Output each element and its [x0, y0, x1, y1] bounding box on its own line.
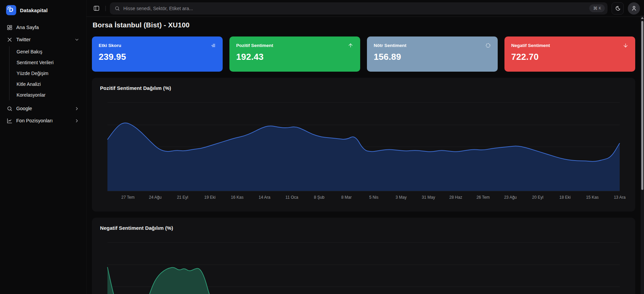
stat-label: Pozitif Sentiment [236, 43, 353, 48]
app-root: D Datakapital Ana SayfaTwitterGenel Bakı… [0, 0, 644, 294]
x-tick-label: 5 Nis [369, 195, 378, 200]
sidebar-subitem-yuzde-degisim[interactable]: Yüzde Değişim [15, 68, 81, 79]
page-title: Borsa İstanbul (Bist) - XU100 [93, 21, 635, 29]
sidebar-item-label: Ana Sayfa [16, 25, 39, 30]
x-tick-label: 15 Kas [586, 195, 598, 200]
x-tick-label: 24 Ağu [149, 195, 162, 200]
arrow-down-icon [623, 43, 628, 48]
stat-card-notr-sentiment[interactable]: Nötr Sentiment156.89 [367, 36, 498, 72]
positive-sentiment-area-chart[interactable] [107, 102, 620, 191]
brand-name: Datakapital [20, 7, 48, 13]
stat-card-negatif-sentiment[interactable]: Negatif Sentiment722.70 [504, 36, 635, 72]
x-icon [7, 37, 13, 43]
x-tick-label: 8 Şub [314, 195, 324, 200]
chevron-right-icon [74, 106, 79, 111]
negative-sentiment-area-chart[interactable] [107, 242, 620, 294]
stat-label: Negatif Sentiment [511, 43, 628, 48]
theme-toggle-button[interactable] [612, 2, 624, 15]
stat-value: 722.70 [511, 52, 628, 62]
brand[interactable]: D Datakapital [5, 4, 81, 21]
sidebar-subitem-genel-bakis[interactable]: Genel Bakış [15, 46, 81, 57]
arrow-up-icon [348, 43, 353, 48]
positive-chart-x-axis: 27 Tem24 Ağu21 Eyl19 Eki16 Kas14 Ara11 O… [107, 191, 620, 203]
sidebar-item-label: Twitter [16, 37, 31, 42]
dashed-circle-icon [485, 43, 491, 48]
sidebar-item-google[interactable]: Google [5, 102, 81, 115]
chevron-right-icon [74, 118, 79, 123]
main-content: Borsa İstanbul (Bist) - XU100 Etki Skoru… [86, 17, 644, 294]
search-icon [7, 106, 13, 112]
chart-panel-positive-sentiment: Pozitif Sentiment Dağılım (%) 27 Tem24 A… [92, 78, 635, 212]
search-input[interactable] [123, 6, 586, 11]
chart-title-positive: Pozitif Sentiment Dağılım (%) [100, 85, 627, 91]
chart-panel-negative-sentiment: Negatif Sentiment Dağılım (%) 27 Tem24 A… [92, 218, 635, 294]
stat-value: 239.95 [99, 52, 216, 62]
topbar-divider [105, 6, 106, 11]
x-tick-label: 28 Haz [449, 195, 462, 200]
lines-icon [210, 43, 216, 48]
sidebar-nav: Ana SayfaTwitterGenel BakışSentiment Ver… [5, 21, 81, 127]
panel-left-icon [93, 5, 100, 11]
moon-star-icon [615, 5, 621, 11]
x-tick-label: 18 Eki [560, 195, 571, 200]
main-area: ⌘ K Borsa İstanbul (Bist) - XU100 Etki S… [86, 0, 644, 294]
stat-card-etki-skoru[interactable]: Etki Skoru239.95 [92, 36, 223, 72]
stat-card-pozitif-sentiment[interactable]: Pozitif Sentiment192.43 [229, 36, 360, 72]
search-shortcut-badge: ⌘ K [589, 4, 605, 12]
user-avatar-button[interactable] [628, 2, 640, 15]
x-tick-label: 13 Ara [614, 195, 626, 200]
page-scrollbar[interactable] [641, 16, 644, 294]
sidebar-subitem-kitle-analizi[interactable]: Kitle Analizi [15, 79, 81, 90]
stat-value: 156.89 [374, 52, 491, 62]
stat-label: Nötr Sentiment [374, 43, 491, 48]
sidebar-item-ana-sayfa[interactable]: Ana Sayfa [5, 21, 81, 33]
user-icon [631, 5, 637, 11]
dashboard-icon [7, 25, 13, 30]
x-tick-label: 31 May [422, 195, 435, 200]
chart-title-negative: Negatif Sentiment Dağılım (%) [100, 225, 627, 231]
x-tick-label: 20 Eyl [532, 195, 543, 200]
brand-logo-icon: D [6, 5, 16, 15]
x-tick-label: 27 Tem [121, 195, 134, 200]
stats-row: Etki Skoru239.95Pozitif Sentiment192.43N… [92, 36, 635, 72]
sidebar-item-twitter[interactable]: Twitter [5, 33, 81, 46]
scrollbar-up-arrow[interactable] [641, 17, 644, 19]
x-tick-label: 8 Mar [341, 195, 352, 200]
stat-label: Etki Skoru [99, 43, 216, 48]
sidebar-item-fon-pozisyonlari[interactable]: Fon Pozisyonları [5, 115, 81, 127]
x-tick-label: 26 Tem [476, 195, 490, 200]
sidebar-item-label: Fon Pozisyonları [16, 118, 53, 123]
x-tick-label: 21 Eyl [177, 195, 188, 200]
command-key-icon: ⌘ [593, 6, 597, 10]
search-icon [115, 6, 120, 11]
stat-value: 192.43 [236, 52, 353, 62]
sidebar-subitem-korelasyonlar[interactable]: Korelasyonlar [15, 90, 81, 100]
sidebar-subitem-sentiment-verileri[interactable]: Sentiment Verileri [15, 57, 81, 68]
topbar: ⌘ K [86, 0, 644, 17]
sidebar-item-label: Google [16, 106, 32, 111]
sidebar-subnav-twitter: Genel BakışSentiment VerileriYüzde Değiş… [9, 46, 81, 100]
x-tick-label: 23 Ağu [504, 195, 517, 200]
sidebar-toggle-button[interactable] [91, 3, 101, 14]
x-tick-label: 11 Oca [286, 195, 298, 200]
x-tick-label: 3 May [396, 195, 407, 200]
search-bar[interactable]: ⌘ K [110, 2, 608, 15]
x-tick-label: 16 Kas [231, 195, 243, 200]
x-tick-label: 19 Eki [204, 195, 216, 200]
x-tick-label: 14 Ara [259, 195, 271, 200]
chart-icon [7, 118, 13, 124]
chevron-down-icon [74, 37, 79, 42]
sidebar: D Datakapital Ana SayfaTwitterGenel Bakı… [0, 0, 86, 294]
scrollbar-thumb[interactable] [641, 21, 643, 190]
